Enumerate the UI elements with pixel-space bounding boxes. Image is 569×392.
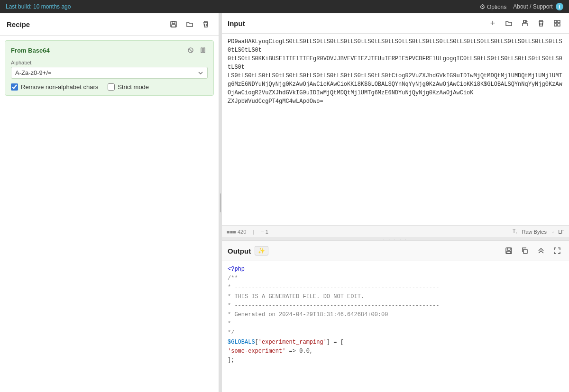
alphabet-field: Alphabet A-Za-z0-9+/= xyxy=(11,60,208,79)
strict-mode-label: Strict mode xyxy=(118,83,149,91)
output-save-button[interactable] xyxy=(503,245,515,257)
output-line-1: <?php xyxy=(228,265,563,274)
input-save-button[interactable] xyxy=(519,17,531,29)
pause-icon xyxy=(200,47,206,54)
input-save-icon xyxy=(521,19,529,27)
options-label: Options xyxy=(487,4,506,10)
recipe-icons xyxy=(167,18,212,30)
input-statusbar: ■■■ 420 | ≡ 1 Tr Raw Bytes ← LF xyxy=(222,225,569,237)
svg-rect-5 xyxy=(201,48,202,53)
svg-rect-8 xyxy=(558,20,560,23)
svg-rect-6 xyxy=(203,48,205,53)
recipe-header: Recipe xyxy=(0,13,219,36)
about-button[interactable]: About / Support ℹ xyxy=(513,3,563,10)
statusbar-right: Tr Raw Bytes ← LF xyxy=(513,228,564,235)
output-save-icon xyxy=(505,247,513,255)
folder-icon xyxy=(186,20,193,28)
alphabet-value: A-Za-z0-9+/= xyxy=(15,69,52,76)
input-open-button[interactable] xyxy=(503,17,515,29)
statusbar-left: ■■■ 420 | ≡ 1 xyxy=(227,229,268,235)
input-title: Input xyxy=(228,19,245,27)
output-content-area: <?php /** * ----------------------------… xyxy=(222,261,569,392)
alphabet-select[interactable]: A-Za-z0-9+/= xyxy=(11,67,208,79)
recipe-folder-button[interactable] xyxy=(184,18,196,30)
remove-nonalpha-label: Remove non-alphabet chars xyxy=(21,83,98,91)
from-base64-controls xyxy=(186,46,208,55)
topbar-right: Options About / Support ℹ xyxy=(479,3,563,10)
output-expand-icon xyxy=(537,247,545,255)
output-expand-button[interactable] xyxy=(535,245,547,257)
input-text: PD9waHAKLyoqCiogLS0tLS0tLS0tLS0tLS0tLS0t… xyxy=(228,38,562,105)
output-icons xyxy=(503,245,563,257)
output-line-9: $GLOBALS['experiment_ramping'] = [ xyxy=(228,338,563,347)
trash-icon xyxy=(202,20,210,28)
input-folder-icon xyxy=(505,19,513,27)
output-title: Output xyxy=(228,247,251,255)
magic-wand-button[interactable]: ✨ xyxy=(255,246,268,255)
strict-mode-checkbox-item[interactable]: Strict mode xyxy=(108,83,149,91)
recipe-delete-button[interactable] xyxy=(200,18,212,30)
save-icon xyxy=(170,20,177,28)
svg-rect-13 xyxy=(507,251,511,254)
checkbox-row: Remove non-alphabet chars Strict mode xyxy=(11,83,208,91)
output-line-8: */ xyxy=(228,328,563,337)
output-fullscreen-icon xyxy=(553,247,561,255)
raw-bytes-button[interactable]: Raw Bytes xyxy=(522,229,547,235)
from-base64-pause-button[interactable] xyxy=(198,46,208,55)
output-header-left: Output ✨ xyxy=(228,246,268,255)
gear-icon xyxy=(479,4,486,10)
remove-nonalpha-checkbox[interactable] xyxy=(11,83,18,91)
input-line-count: 1 xyxy=(266,229,268,235)
input-char-count: 420 xyxy=(238,229,246,235)
svg-rect-9 xyxy=(554,24,557,26)
svg-line-4 xyxy=(189,49,193,52)
help-icon: ℹ xyxy=(556,3,563,10)
output-line-5: * --------------------------------------… xyxy=(228,301,563,310)
output-header: Output ✨ xyxy=(222,241,569,261)
remove-nonalpha-checkbox-item[interactable]: Remove non-alphabet chars xyxy=(11,83,98,91)
strict-mode-checkbox[interactable] xyxy=(108,83,115,91)
input-trash-icon xyxy=(537,19,545,27)
input-icons: + xyxy=(486,17,563,29)
about-label: About / Support xyxy=(513,3,552,10)
lf-button[interactable]: ← LF xyxy=(551,229,564,235)
options-button[interactable]: Options xyxy=(479,3,507,10)
output-line-2: /** xyxy=(228,274,563,283)
input-line-label: ≡ 1 xyxy=(261,229,268,235)
output-copy-button[interactable] xyxy=(519,245,531,257)
output-line-6: * Generated on 2024-04-29T18:31:46.64268… xyxy=(228,310,563,319)
alphabet-label: Alphabet xyxy=(11,60,208,65)
output-fullscreen-button[interactable] xyxy=(551,245,563,257)
from-base64-disable-button[interactable] xyxy=(186,46,195,55)
output-line-7: * xyxy=(228,319,563,328)
magic-wand-icon: ✨ xyxy=(258,247,265,254)
input-add-button[interactable]: + xyxy=(486,17,499,29)
topbar: Last build: 10 months ago Options About … xyxy=(0,0,569,13)
from-base64-card: From Base64 xyxy=(5,40,214,96)
recipe-title: Recipe xyxy=(7,20,30,28)
output-area: Output ✨ xyxy=(222,240,569,392)
left-panel: Recipe xyxy=(0,13,219,392)
output-line-10: 'some-experiment' => 0.0, xyxy=(228,347,563,356)
svg-rect-10 xyxy=(558,24,560,26)
ban-icon xyxy=(187,47,194,54)
main-layout: Recipe xyxy=(0,13,569,392)
recipe-save-button[interactable] xyxy=(167,18,180,30)
input-header: Input + xyxy=(222,13,569,34)
output-line-3: * --------------------------------------… xyxy=(228,283,563,292)
input-delete-button[interactable] xyxy=(535,17,547,29)
svg-rect-7 xyxy=(554,20,557,23)
svg-rect-12 xyxy=(507,248,510,250)
input-char-label: ■■■ 420 xyxy=(227,229,246,235)
output-line-4: * THIS IS A GENERATED FILE. DO NOT EDIT. xyxy=(228,292,563,301)
svg-rect-1 xyxy=(172,21,175,24)
input-content-area[interactable]: PD9waHAKLyoqCiogLS0tLS0tLS0tLS0tLS0tLS0t… xyxy=(222,34,569,225)
last-build-text: Last build: 10 months ago xyxy=(6,3,71,10)
input-grid-button[interactable] xyxy=(551,17,563,29)
svg-rect-2 xyxy=(172,25,175,27)
from-base64-header: From Base64 xyxy=(11,46,208,55)
right-panel: Input + xyxy=(222,13,569,392)
from-base64-title: From Base64 xyxy=(11,47,50,54)
input-area: Input + xyxy=(222,13,569,237)
output-copy-icon xyxy=(521,247,529,255)
